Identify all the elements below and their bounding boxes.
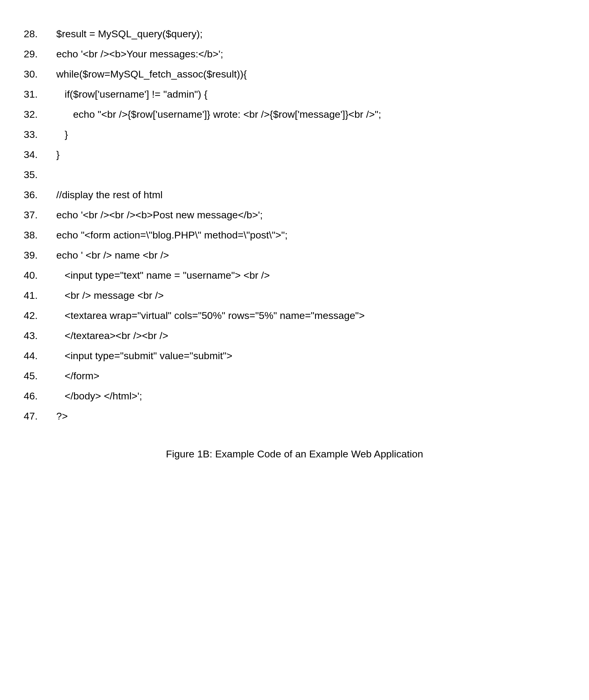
code-line: 41. <br /> message <br /> [18,285,571,305]
code-line: 29. echo '<br /><b>Your messages:</b>'; [18,44,571,64]
code-listing: 28. $result = MySQL_query($query); 29. e… [18,24,571,426]
code-line: 42. <textarea wrap="virtual" cols="50%" … [18,305,571,325]
code-line: 36. //display the rest of html [18,185,571,205]
code-line: 43. </textarea><br /><br /> [18,325,571,346]
code-line: 37. echo '<br /><br /><b>Post new messag… [18,205,571,225]
code-line: 32. echo "<br />{$row['username']} wrote… [18,104,571,124]
line-content: </form> [56,366,571,386]
line-number: 35. [18,164,56,185]
code-line: 40. <input type="text" name = "username"… [18,265,571,285]
line-content: <br /> message <br /> [56,285,571,305]
line-content: //display the rest of html [56,185,571,205]
line-number: 40. [18,265,56,285]
line-content: echo "<form action=\"blog.PHP\" method=\… [56,225,571,245]
code-line: 33. } [18,124,571,144]
code-line: 38. echo "<form action=\"blog.PHP\" meth… [18,225,571,245]
line-number: 44. [18,346,56,366]
line-number: 32. [18,104,56,124]
line-content: </body> </html>'; [56,386,571,406]
line-content: while($row=MySQL_fetch_assoc($result)){ [56,64,571,84]
code-line: 45. </form> [18,366,571,386]
line-content: $result = MySQL_query($query); [56,24,571,44]
line-number: 28. [18,24,56,44]
line-number: 36. [18,185,56,205]
line-content: <input type="text" name = "username"> <b… [56,265,571,285]
line-number: 43. [18,325,56,346]
line-content: echo '<br /><br /><b>Post new message</b… [56,205,571,225]
line-number: 39. [18,245,56,265]
code-line: 39. echo ' <br /> name <br /> [18,245,571,265]
line-number: 41. [18,285,56,305]
code-line: 35. [18,164,571,185]
figure-caption: Figure 1B: Example Code of an Example We… [18,444,571,464]
line-content: echo "<br />{$row['username']} wrote: <b… [56,104,571,124]
line-content: } [56,124,571,144]
line-number: 30. [18,64,56,84]
line-number: 31. [18,84,56,104]
line-content: if($row['username'] != "admin") { [56,84,571,104]
code-line: 30. while($row=MySQL_fetch_assoc($result… [18,64,571,84]
line-content: ?> [56,406,571,426]
line-content: echo '<br /><b>Your messages:</b>'; [56,44,571,64]
code-line: 47. ?> [18,406,571,426]
line-content: echo ' <br /> name <br /> [56,245,571,265]
line-content: <textarea wrap="virtual" cols="50%" rows… [56,305,571,325]
line-content: } [56,144,571,164]
line-number: 46. [18,386,56,406]
code-line: 44. <input type="submit" value="submit"> [18,346,571,366]
line-number: 29. [18,44,56,64]
line-number: 47. [18,406,56,426]
line-number: 34. [18,144,56,164]
line-number: 33. [18,124,56,144]
line-number: 38. [18,225,56,245]
line-number: 45. [18,366,56,386]
line-content: </textarea><br /><br /> [56,325,571,346]
line-number: 37. [18,205,56,225]
code-line: 34. } [18,144,571,164]
code-line: 46. </body> </html>'; [18,386,571,406]
line-content: <input type="submit" value="submit"> [56,346,571,366]
code-line: 31. if($row['username'] != "admin") { [18,84,571,104]
line-number: 42. [18,305,56,325]
code-line: 28. $result = MySQL_query($query); [18,24,571,44]
